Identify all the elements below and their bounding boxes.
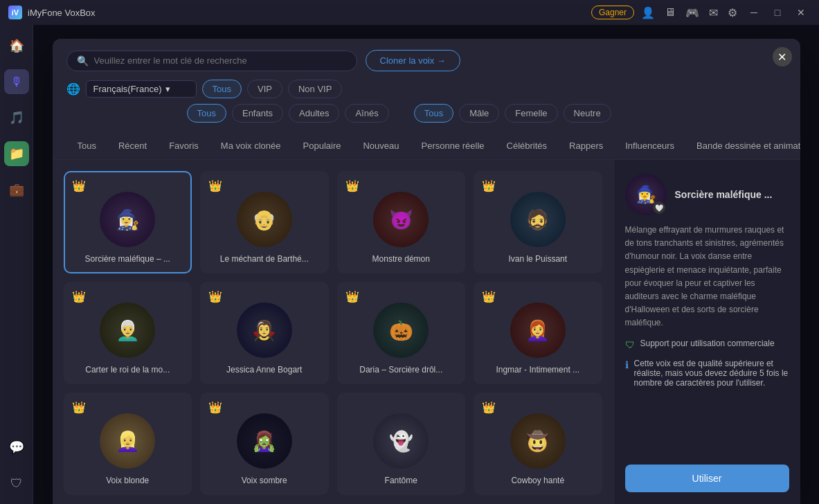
tab-nouveau[interactable]: Nouveau: [352, 134, 410, 159]
filter-row-1: 🌐 Français(France) ▾ Tous VIP Non VIP: [66, 80, 786, 98]
voice-avatar-daria: 🎃: [373, 303, 429, 358]
tab-populaire[interactable]: Populaire: [292, 134, 352, 159]
crown-icon-5: 👑: [72, 290, 86, 303]
detail-title: Sorcière maléfique ...: [675, 189, 773, 200]
sidebar: 🏠 🎙 🎵 📁 💼 💬 🛡: [0, 25, 33, 504]
crown-icon-2: 👑: [208, 179, 222, 192]
voice-name-old-man: Le méchant de Barthé...: [210, 254, 319, 264]
voice-card-cowboy[interactable]: 👑 🤠 Cowboy hanté: [474, 393, 602, 495]
filter-tous-1[interactable]: Tous: [202, 80, 242, 98]
voice-name-witch: Sorcière maléfique – ...: [73, 254, 183, 264]
dialog-close-button[interactable]: ✕: [773, 47, 792, 66]
category-tabs: Tous Récent Favoris Ma voix clonée Popul…: [53, 134, 800, 160]
filter-enfants[interactable]: Enfants: [232, 104, 283, 123]
sidebar-item-record[interactable]: 🎵: [4, 105, 29, 130]
voice-name-daria: Daria – Sorcière drôl...: [347, 365, 456, 375]
sidebar-item-home[interactable]: 🏠: [4, 33, 29, 58]
crown-icon-8: 👑: [482, 290, 496, 303]
voice-name-cowboy: Cowboy hanté: [483, 476, 593, 485]
chevron-down-icon: ▾: [165, 84, 170, 94]
voice-card-ingmar[interactable]: 👑 👩‍🦰 Ingmar - Intimement ...: [474, 282, 602, 384]
tab-ma-voix-clonee[interactable]: Ma voix clonée: [210, 134, 292, 159]
detail-description: Mélange effrayant de murmures rauques et…: [625, 224, 789, 330]
voice-name-ivan: Ivan le Puissant: [483, 254, 593, 264]
minimize-button[interactable]: ─: [744, 4, 764, 21]
close-button[interactable]: ✕: [791, 4, 811, 21]
voice-card-ghost[interactable]: 👻 Fantôme: [337, 393, 466, 495]
voice-card-old-man[interactable]: 👑 👴 Le méchant de Barthé...: [200, 171, 329, 273]
voice-grid: 👑 🧙‍♀️ Sorcière maléfique – ... 👑 👴 Le m…: [53, 160, 613, 504]
heart-badge: 🤍: [653, 201, 665, 214]
voice-card-blond[interactable]: 👑 👱‍♀️ Voix blonde: [64, 393, 192, 495]
voice-name-ghost: Fantôme: [347, 476, 456, 485]
sidebar-item-folder[interactable]: 📁: [4, 141, 29, 166]
crown-icon: 👑: [72, 179, 86, 192]
voice-dialog: ✕ 🔍 Cloner la voix → 🌐 Français(France): [53, 39, 800, 504]
voice-card-carter[interactable]: 👑 👨‍🦳 Carter le roi de la mo...: [64, 282, 192, 384]
tab-personne-reelle[interactable]: Personne réelle: [411, 134, 496, 159]
filter-non-vip[interactable]: Non VIP: [288, 80, 342, 98]
voice-avatar-ingmar: 👩‍🦰: [510, 303, 566, 358]
sidebar-item-voice[interactable]: 🎙: [4, 69, 29, 94]
use-button[interactable]: Utiliser: [625, 465, 789, 492]
voice-avatar-ivan: 🧔: [510, 192, 566, 247]
detail-feature-commercial: 🛡 Support pour utilisation commerciale: [625, 339, 789, 350]
search-icon: 🔍: [77, 55, 89, 66]
voice-card-dark[interactable]: 👑 🧟‍♀️ Voix sombre: [200, 393, 329, 495]
tab-bande-dessinee[interactable]: Bande dessinée et animation: [685, 134, 800, 159]
app-icon: iV: [8, 6, 22, 19]
detail-header: 🧙‍♀️ 🤍 Sorcière maléfique ...: [625, 174, 789, 215]
titlebar-right: Gagner 👤 🖥 🎮 ✉ ⚙ ─ □ ✕: [591, 3, 811, 22]
filter-adultes[interactable]: Adultes: [289, 104, 339, 123]
search-input-wrapper[interactable]: 🔍: [66, 51, 357, 71]
crown-icon-10: 👑: [208, 401, 222, 414]
voice-avatar-witch: 🧙‍♀️: [100, 192, 155, 247]
filter-vip[interactable]: VIP: [247, 80, 282, 98]
crown-icon-7: 👑: [345, 290, 359, 303]
filter-aines[interactable]: Aînés: [345, 104, 388, 123]
tab-rappers[interactable]: Rappers: [558, 134, 614, 159]
filter-tous-2[interactable]: Tous: [187, 104, 226, 123]
gamepad-icon[interactable]: 🎮: [683, 3, 702, 22]
crown-icon-9: 👑: [72, 401, 86, 414]
sidebar-item-briefcase[interactable]: 💼: [4, 177, 29, 202]
app-title: iMyFone VoxBox: [28, 8, 96, 18]
filter-tous-3[interactable]: Tous: [414, 104, 453, 123]
language-selector[interactable]: Français(France) ▾: [86, 80, 197, 98]
voice-name-carter: Carter le roi de la mo...: [73, 365, 183, 375]
filter-femelle[interactable]: Femelle: [505, 104, 557, 123]
tab-recent[interactable]: Récent: [107, 134, 158, 159]
gear-icon[interactable]: ⚙: [725, 3, 740, 22]
gagner-button[interactable]: Gagner: [591, 6, 634, 19]
detail-feature-quality: ℹ Cette voix est de qualité supérieure e…: [625, 359, 789, 388]
filters-section: 🌐 Français(France) ▾ Tous VIP Non VIP To…: [53, 80, 800, 134]
tab-celebrites[interactable]: Célébrités: [496, 134, 559, 159]
sidebar-item-discord[interactable]: 💬: [4, 435, 29, 460]
voice-avatar-ghost: 👻: [373, 413, 429, 469]
voice-card-witch[interactable]: 👑 🧙‍♀️ Sorcière maléfique – ...: [64, 171, 192, 273]
user-icon[interactable]: 👤: [638, 3, 658, 22]
voice-card-jessica[interactable]: 👑 🧛‍♀️ Jessica Anne Bogart: [200, 282, 329, 384]
voice-card-ivan[interactable]: 👑 🧔 Ivan le Puissant: [474, 171, 602, 273]
voice-avatar-cowboy: 🤠: [510, 413, 566, 469]
voice-card-daria[interactable]: 👑 🎃 Daria – Sorcière drôl...: [337, 282, 466, 384]
voice-avatar-dark: 🧟‍♀️: [237, 413, 292, 469]
tab-favoris[interactable]: Favoris: [158, 134, 210, 159]
filter-male[interactable]: Mâle: [459, 104, 499, 123]
content-area: 👑 🧙‍♀️ Sorcière maléfique – ... 👑 👴 Le m…: [53, 160, 800, 504]
search-input[interactable]: [94, 55, 347, 66]
tab-tous[interactable]: Tous: [66, 134, 107, 159]
voice-avatar-carter: 👨‍🦳: [100, 303, 155, 358]
monitor-icon[interactable]: 🖥: [662, 3, 678, 21]
voice-card-demon[interactable]: 👑 😈 Monstre démon: [337, 171, 466, 273]
crown-icon-12: 👑: [482, 401, 496, 414]
voice-avatar-old-man: 👴: [237, 192, 292, 247]
dialog-overlay: ✕ 🔍 Cloner la voix → 🌐 Français(France): [33, 25, 819, 504]
clone-voice-button[interactable]: Cloner la voix →: [366, 50, 460, 71]
sidebar-item-shield[interactable]: 🛡: [4, 471, 29, 496]
info-icon: ℹ: [625, 359, 629, 370]
filter-neutre[interactable]: Neutre: [564, 104, 611, 123]
mail-icon[interactable]: ✉: [706, 3, 721, 22]
maximize-button[interactable]: □: [768, 4, 787, 21]
tab-influenceurs[interactable]: Influenceurs: [614, 134, 685, 159]
